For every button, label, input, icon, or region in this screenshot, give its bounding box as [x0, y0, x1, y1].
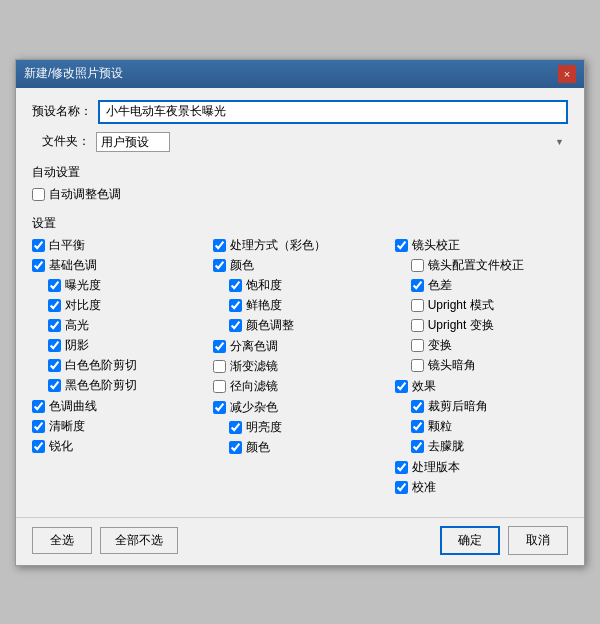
sharpening-checkbox[interactable]	[32, 440, 45, 453]
processing-checkbox[interactable]	[213, 239, 226, 252]
bottom-left-buttons: 全选 全部不选	[32, 527, 178, 554]
lens-profile-item: 镜头配置文件校正	[411, 257, 568, 274]
basic-tone-label[interactable]: 基础色调	[49, 257, 97, 274]
shadows-label[interactable]: 阴影	[65, 337, 89, 354]
color-noise-checkbox[interactable]	[229, 441, 242, 454]
folder-select[interactable]: 用户预设	[96, 132, 170, 152]
crop-vignette-label[interactable]: 裁剪后暗角	[428, 398, 488, 415]
basic-tone-checkbox[interactable]	[32, 259, 45, 272]
calibration-checkbox[interactable]	[395, 481, 408, 494]
grain-checkbox[interactable]	[411, 420, 424, 433]
luminance-item: 明亮度	[229, 419, 386, 436]
highlights-label[interactable]: 高光	[65, 317, 89, 334]
close-button[interactable]: ×	[558, 65, 576, 83]
basic-tone-sub-group: 曝光度 对比度 高光 阴影	[32, 277, 205, 394]
transform-checkbox[interactable]	[411, 339, 424, 352]
color-adjust-label[interactable]: 颜色调整	[246, 317, 294, 334]
preset-name-row: 预设名称：	[32, 100, 568, 124]
upright-transform-label[interactable]: Upright 变换	[428, 317, 494, 334]
column-1: 白平衡 基础色调 曝光度 对比度	[32, 237, 213, 458]
lens-profile-label[interactable]: 镜头配置文件校正	[428, 257, 524, 274]
saturation-checkbox[interactable]	[229, 279, 242, 292]
shadows-checkbox[interactable]	[48, 339, 61, 352]
cancel-button[interactable]: 取消	[508, 526, 568, 555]
vibrance-checkbox[interactable]	[229, 299, 242, 312]
noise-label[interactable]: 减少杂色	[230, 399, 278, 416]
auto-tone-checkbox[interactable]	[32, 188, 45, 201]
color-group-title: 颜色	[213, 257, 386, 274]
clarity-label[interactable]: 清晰度	[49, 418, 85, 435]
effects-label[interactable]: 效果	[412, 378, 436, 395]
process-version-checkbox[interactable]	[395, 461, 408, 474]
split-toning-label[interactable]: 分离色调	[230, 338, 278, 355]
chromatic-aberration-label[interactable]: 色差	[428, 277, 452, 294]
white-clip-item: 白色色阶剪切	[48, 357, 205, 374]
vibrance-label[interactable]: 鲜艳度	[246, 297, 282, 314]
select-all-button[interactable]: 全选	[32, 527, 92, 554]
white-clip-checkbox[interactable]	[48, 359, 61, 372]
contrast-checkbox[interactable]	[48, 299, 61, 312]
preset-name-input[interactable]	[98, 100, 568, 124]
noise-sub-group: 明亮度 颜色	[213, 419, 386, 456]
upright-mode-label[interactable]: Upright 模式	[428, 297, 494, 314]
radial-filter-item: 径向滤镜	[213, 378, 386, 395]
effects-sub-group: 裁剪后暗角 颗粒 去朦胧	[395, 398, 568, 455]
upright-mode-item: Upright 模式	[411, 297, 568, 314]
clarity-checkbox[interactable]	[32, 420, 45, 433]
auto-settings-section: 自动设置 自动调整色调	[32, 164, 568, 203]
auto-section-title: 自动设置	[32, 164, 568, 181]
grad-filter-label[interactable]: 渐变滤镜	[230, 358, 278, 375]
saturation-label[interactable]: 饱和度	[246, 277, 282, 294]
radial-filter-checkbox[interactable]	[213, 380, 226, 393]
sharpening-label[interactable]: 锐化	[49, 438, 73, 455]
split-toning-checkbox[interactable]	[213, 340, 226, 353]
grain-label[interactable]: 颗粒	[428, 418, 452, 435]
lens-correction-label[interactable]: 镜头校正	[412, 237, 460, 254]
color-checkbox[interactable]	[213, 259, 226, 272]
luminance-label[interactable]: 明亮度	[246, 419, 282, 436]
lens-correction-checkbox[interactable]	[395, 239, 408, 252]
lens-profile-checkbox[interactable]	[411, 259, 424, 272]
calibration-label[interactable]: 校准	[412, 479, 436, 496]
transform-label[interactable]: 变换	[428, 337, 452, 354]
crop-vignette-checkbox[interactable]	[411, 400, 424, 413]
exposure-label[interactable]: 曝光度	[65, 277, 101, 294]
dehaze-label[interactable]: 去朦胧	[428, 438, 464, 455]
noise-checkbox[interactable]	[213, 401, 226, 414]
transform-item: 变换	[411, 337, 568, 354]
color-adjust-checkbox[interactable]	[229, 319, 242, 332]
luminance-checkbox[interactable]	[229, 421, 242, 434]
title-bar: 新建/修改照片预设 ×	[16, 60, 584, 88]
crop-vignette-item: 裁剪后暗角	[411, 398, 568, 415]
process-version-label[interactable]: 处理版本	[412, 459, 460, 476]
color-adjust-item: 颜色调整	[229, 317, 386, 334]
dehaze-checkbox[interactable]	[411, 440, 424, 453]
radial-filter-label[interactable]: 径向滤镜	[230, 378, 278, 395]
tone-curve-checkbox[interactable]	[32, 400, 45, 413]
upright-mode-checkbox[interactable]	[411, 299, 424, 312]
processing-label[interactable]: 处理方式（彩色）	[230, 237, 326, 254]
split-toning-item: 分离色调	[213, 338, 386, 355]
deselect-all-button[interactable]: 全部不选	[100, 527, 178, 554]
chromatic-aberration-checkbox[interactable]	[411, 279, 424, 292]
confirm-button[interactable]: 确定	[440, 526, 500, 555]
effects-group-title: 效果	[395, 378, 568, 395]
color-noise-label[interactable]: 颜色	[246, 439, 270, 456]
effects-checkbox[interactable]	[395, 380, 408, 393]
tone-curve-label[interactable]: 色调曲线	[49, 398, 97, 415]
contrast-label[interactable]: 对比度	[65, 297, 101, 314]
column-2: 处理方式（彩色） 颜色 饱和度 鲜艳度	[213, 237, 394, 459]
black-clip-checkbox[interactable]	[48, 379, 61, 392]
black-clip-label[interactable]: 黑色色阶剪切	[65, 377, 137, 394]
white-clip-label[interactable]: 白色色阶剪切	[65, 357, 137, 374]
color-label[interactable]: 颜色	[230, 257, 254, 274]
grad-filter-checkbox[interactable]	[213, 360, 226, 373]
white-balance-label[interactable]: 白平衡	[49, 237, 85, 254]
highlights-checkbox[interactable]	[48, 319, 61, 332]
exposure-checkbox[interactable]	[48, 279, 61, 292]
upright-transform-checkbox[interactable]	[411, 319, 424, 332]
white-balance-checkbox[interactable]	[32, 239, 45, 252]
vignette-checkbox[interactable]	[411, 359, 424, 372]
auto-tone-label[interactable]: 自动调整色调	[49, 186, 121, 203]
vignette-label[interactable]: 镜头暗角	[428, 357, 476, 374]
